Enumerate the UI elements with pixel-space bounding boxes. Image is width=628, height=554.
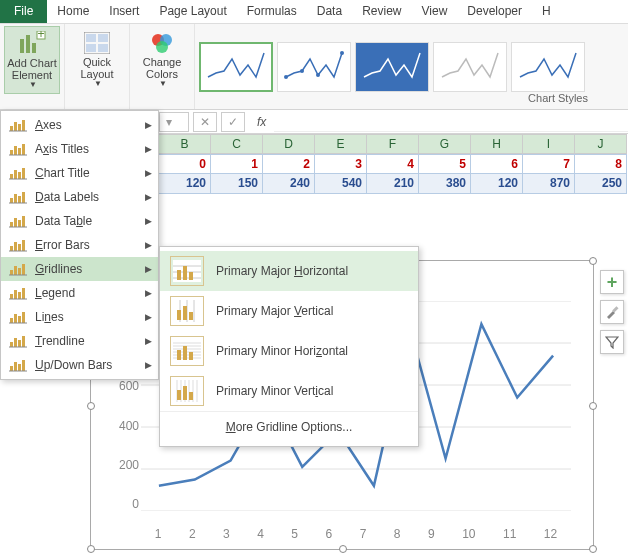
tab-review[interactable]: Review [352, 0, 411, 23]
menu-lines[interactable]: Lines▶ [1, 305, 158, 329]
menu-trendline[interactable]: Trendline▶ [1, 329, 158, 353]
resize-handle[interactable] [589, 545, 597, 553]
svg-point-13 [284, 75, 288, 79]
cell[interactable]: 380 [419, 174, 471, 194]
tab-page-layout[interactable]: Page Layout [149, 0, 236, 23]
cell[interactable]: 120 [159, 174, 211, 194]
column-header[interactable]: F [367, 134, 419, 154]
change-colors-label: Change Colors [143, 56, 182, 80]
chart-style-1[interactable] [199, 42, 273, 92]
chart-styles-label: Chart Styles [528, 92, 588, 104]
resize-handle[interactable] [87, 402, 95, 410]
gridline-option[interactable]: Primary Major Vertical [160, 291, 418, 331]
menu-label: Lines [35, 310, 145, 324]
tab-view[interactable]: View [412, 0, 458, 23]
menu-chart-title[interactable]: Chart Title▶ [1, 161, 158, 185]
more-gridline-options[interactable]: More Gridline Options... [160, 411, 418, 442]
menu-icon [7, 356, 29, 374]
tab-data[interactable]: Data [307, 0, 352, 23]
menu-label: Chart Title [35, 166, 145, 180]
change-colors-button[interactable]: Change Colors▼ [134, 26, 190, 94]
column-header[interactable]: I [523, 134, 575, 154]
column-header[interactable]: D [263, 134, 315, 154]
chart-style-2[interactable] [277, 42, 351, 92]
cell[interactable]: 120 [471, 174, 523, 194]
chart-styles-button[interactable] [600, 300, 624, 324]
chart-elements-button[interactable]: + [600, 270, 624, 294]
cell[interactable]: 8 [575, 154, 627, 174]
svg-rect-59 [18, 316, 21, 323]
tab-developer[interactable]: Developer [457, 0, 532, 23]
column-header[interactable]: J [575, 134, 627, 154]
menu-up-down-bars[interactable]: Up/Down Bars▶ [1, 353, 158, 377]
svg-rect-19 [18, 124, 21, 131]
svg-rect-2 [32, 43, 36, 53]
svg-rect-39 [18, 220, 21, 227]
resize-handle[interactable] [589, 257, 597, 265]
cell[interactable]: 2 [263, 154, 315, 174]
add-chart-element-label: Add Chart Element [7, 57, 57, 81]
cell[interactable]: 4 [367, 154, 419, 174]
cell[interactable]: 6 [471, 154, 523, 174]
menu-label: Up/Down Bars [35, 358, 145, 372]
cancel-button[interactable]: ✕ [193, 112, 217, 132]
menu-axis-titles[interactable]: Axis Titles▶ [1, 137, 158, 161]
gridline-option[interactable]: Primary Minor Horizontal [160, 331, 418, 371]
fx-icon[interactable]: fx [249, 115, 274, 129]
column-header[interactable]: H [471, 134, 523, 154]
gridline-option[interactable]: Primary Major Horizontal [160, 251, 418, 291]
resize-handle[interactable] [87, 545, 95, 553]
tab-h[interactable]: H [532, 0, 561, 23]
resize-handle[interactable] [339, 545, 347, 553]
add-chart-element-button[interactable]: + Add Chart Element▼ [4, 26, 60, 94]
svg-rect-20 [22, 120, 25, 131]
file-tab[interactable]: File [0, 0, 47, 23]
chart-style-3[interactable] [355, 42, 429, 92]
menu-icon [7, 332, 29, 350]
menu-data-table[interactable]: Data Table▶ [1, 209, 158, 233]
enter-button[interactable]: ✓ [221, 112, 245, 132]
cell[interactable]: 240 [263, 174, 315, 194]
tab-formulas[interactable]: Formulas [237, 0, 307, 23]
resize-handle[interactable] [589, 402, 597, 410]
cell[interactable]: 1 [211, 154, 263, 174]
chevron-down-icon: ▼ [29, 81, 37, 90]
menu-axes[interactable]: Axes▶ [1, 113, 158, 137]
tab-insert[interactable]: Insert [99, 0, 149, 23]
column-header[interactable]: B [159, 134, 211, 154]
cell[interactable]: 3 [315, 154, 367, 174]
cell[interactable]: 7 [523, 154, 575, 174]
cell[interactable]: 5 [419, 154, 471, 174]
chart-style-5[interactable] [511, 42, 585, 92]
menu-error-bars[interactable]: Error Bars▶ [1, 233, 158, 257]
column-header[interactable]: E [315, 134, 367, 154]
svg-rect-34 [18, 196, 21, 203]
column-header[interactable]: C [211, 134, 263, 154]
chart-filters-button[interactable] [600, 330, 624, 354]
name-box[interactable]: ▾ [159, 112, 189, 132]
menu-legend[interactable]: Legend▶ [1, 281, 158, 305]
cell[interactable]: 210 [367, 174, 419, 194]
formula-input[interactable] [274, 112, 628, 132]
brush-icon [605, 305, 619, 319]
svg-rect-94 [183, 346, 187, 360]
chart-style-4[interactable] [433, 42, 507, 92]
svg-rect-68 [14, 362, 17, 371]
gridline-option[interactable]: Primary Minor Vertical [160, 371, 418, 411]
menu-gridlines[interactable]: Gridlines▶ [1, 257, 158, 281]
gridlines-submenu: Primary Major HorizontalPrimary Major Ve… [159, 246, 419, 447]
cell[interactable]: 540 [315, 174, 367, 194]
column-header[interactable]: G [419, 134, 471, 154]
cell[interactable]: 250 [575, 174, 627, 194]
svg-rect-24 [18, 148, 21, 155]
quick-layout-button[interactable]: Quick Layout▼ [69, 26, 125, 94]
cell[interactable]: 0 [159, 154, 211, 174]
menu-label: Legend [35, 286, 145, 300]
tab-home[interactable]: Home [47, 0, 99, 23]
cell[interactable]: 150 [211, 174, 263, 194]
chevron-right-icon: ▶ [145, 240, 152, 250]
cell[interactable]: 870 [523, 174, 575, 194]
svg-rect-37 [10, 222, 13, 227]
menu-data-labels[interactable]: Data Labels▶ [1, 185, 158, 209]
menu-label: Trendline [35, 334, 145, 348]
